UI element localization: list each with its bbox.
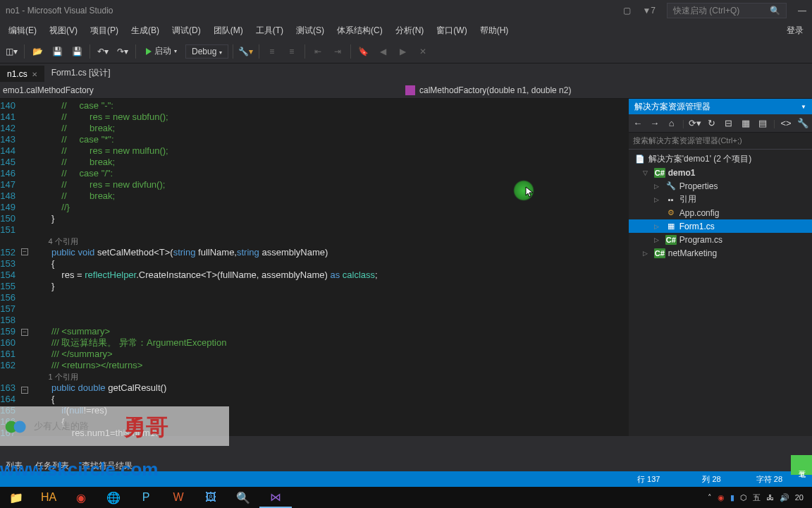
tray-network-icon[interactable]: 🖧	[766, 493, 774, 502]
ime-badge[interactable]: 五笔	[791, 455, 812, 475]
prev-bookmark-icon[interactable]: ◀	[375, 43, 392, 60]
solution-root[interactable]: 📄 解决方案'demo1' (2 个项目)	[629, 152, 812, 166]
menu-item[interactable]: 调试(D)	[166, 23, 207, 39]
wrench-icon[interactable]: 🔧	[796, 117, 809, 130]
tray-ime-icon[interactable]: 五	[753, 492, 761, 503]
chevron-right-icon[interactable]: ▷	[654, 223, 663, 230]
home-icon[interactable]: ⌂	[665, 117, 678, 130]
menu-item[interactable]: 测试(S)	[290, 23, 330, 39]
editor-tab[interactable]: Form1.cs [设计]	[44, 64, 118, 82]
taskbar-search-icon[interactable]: 🔍	[227, 487, 259, 508]
tree-item-properties[interactable]: ▷ 🔧 Properties	[629, 179, 812, 193]
taskbar-app-icon[interactable]: P	[130, 487, 162, 508]
forward-icon[interactable]: →	[648, 117, 661, 130]
next-bookmark-icon[interactable]: ▶	[395, 43, 412, 60]
system-tray[interactable]: ˄ ◉ ▮ ⬡ 五 🖧 🔊 20	[708, 492, 812, 503]
title-bar: no1 - Microsoft Visual Studio ▢ ▼7 快速启动 …	[0, 0, 812, 21]
show-all-icon[interactable]: ▦	[739, 117, 752, 130]
taskbar-vs-icon[interactable]: ⋈	[259, 487, 292, 508]
taskbar-photos-icon[interactable]: 🖼	[195, 487, 227, 508]
save-all-icon[interactable]: 💾	[68, 43, 85, 60]
form-icon: ▦	[665, 222, 677, 231]
editor-tabs: n1.cs✕Form1.cs [设计]	[0, 64, 812, 82]
redo-icon[interactable]: ↷▾	[114, 43, 131, 60]
line-gutter: 1401411421431441451461471481491501511521…	[0, 99, 18, 436]
save-icon[interactable]: 💾	[49, 43, 66, 60]
tray-icon[interactable]: ⬡	[740, 493, 747, 502]
menu-item[interactable]: 编辑(E)	[3, 23, 42, 39]
fold-gutter[interactable]	[18, 99, 31, 436]
chevron-right-icon[interactable]: ▷	[654, 196, 663, 203]
project-node[interactable]: ▽ C# demo1	[629, 166, 812, 179]
refresh-icon[interactable]: ↻	[706, 117, 718, 130]
menu-item[interactable]: 体系结构(C)	[331, 23, 388, 39]
config-dropdown[interactable]: Debug ▾	[185, 44, 228, 59]
tray-up-icon[interactable]: ˄	[708, 493, 712, 502]
code-content[interactable]: // case "-": // res = new subfun(); // b…	[31, 99, 629, 436]
watermark-overlay: 少有人走的路 勇哥	[0, 406, 229, 446]
chevron-right-icon[interactable]: ▷	[643, 250, 651, 257]
menu-item[interactable]: 分析(N)	[390, 23, 430, 39]
notification-icon[interactable]: ▢	[623, 6, 631, 16]
menu-item[interactable]: 生成(B)	[125, 23, 165, 39]
editor-tab[interactable]: n1.cs✕	[0, 66, 44, 82]
tray-icon[interactable]: ◉	[718, 493, 725, 502]
menu-item[interactable]: 帮助(H)	[474, 23, 515, 39]
taskbar: 📁 HA ◉ 🌐 P W 🖼 🔍 ⋈ ˄ ◉ ▮ ⬡ 五 🖧 🔊 20	[0, 487, 812, 508]
tray-time[interactable]: 20	[795, 493, 804, 502]
find-icon[interactable]: 🔧▾	[238, 43, 254, 60]
collapse-icon[interactable]: ⊟	[722, 117, 735, 130]
code-editor[interactable]: 1401411421431441451461471481491501511521…	[0, 99, 629, 436]
outdent-icon[interactable]: ⇤	[309, 43, 326, 60]
clear-bookmark-icon[interactable]: ✕	[414, 43, 431, 60]
properties-icon[interactable]: ▤	[756, 117, 769, 130]
tree-item-references[interactable]: ▷ ▪▪ 引用	[629, 193, 812, 206]
chevron-right-icon[interactable]: ▷	[654, 183, 663, 190]
login-link[interactable]: 登录	[787, 25, 809, 37]
solution-search-input[interactable]: 搜索解决方案资源管理器(Ctrl+;)	[629, 133, 812, 150]
menu-bar: 编辑(E)视图(V)项目(P)生成(B)调试(D)团队(M)工具(T)测试(S)…	[0, 21, 812, 40]
bookmark-icon[interactable]: 🔖	[355, 43, 372, 60]
tree-item-program[interactable]: ▷ C# Program.cs	[629, 233, 812, 246]
tray-icon[interactable]: ▮	[730, 493, 734, 502]
open-icon[interactable]: 📂	[29, 43, 46, 60]
tree-item-appconfig[interactable]: ⚙ App.config	[629, 206, 812, 219]
nav-bar: emo1.calMethodFactory calMethodFactory(d…	[0, 82, 812, 99]
highlight-indicator	[513, 180, 534, 201]
start-button[interactable]: 启动▾	[140, 44, 183, 59]
taskbar-folder-icon[interactable]: 📁	[0, 487, 32, 508]
uncomment-icon[interactable]: ≡	[283, 43, 300, 60]
undo-icon[interactable]: ↶▾	[94, 43, 111, 60]
quick-launch-input[interactable]: 快速启动 (Ctrl+Q) 🔍	[667, 3, 787, 18]
taskbar-chrome-icon[interactable]: 🌐	[97, 487, 130, 508]
menu-item[interactable]: 工具(T)	[250, 23, 289, 39]
toolbar: ◫▾ 📂 💾 💾 ↶▾ ↷▾ 启动▾ Debug ▾ 🔧▾ ≡ ≡ ⇤ ⇥ 🔖 …	[0, 40, 812, 64]
nav-class-dropdown[interactable]: emo1.calMethodFactory	[0, 85, 405, 95]
sync-icon[interactable]: ⟳▾	[689, 117, 701, 130]
menu-item[interactable]: 团队(M)	[208, 23, 249, 39]
new-dropdown-icon[interactable]: ◫▾	[3, 43, 20, 60]
csharp-file-icon: C#	[665, 235, 677, 245]
solution-header[interactable]: 解决方案资源管理器▼	[629, 99, 812, 114]
filter-icon[interactable]: ▼7	[642, 6, 656, 16]
minimize-icon[interactable]: —	[798, 6, 806, 16]
chevron-right-icon[interactable]: ▷	[654, 236, 663, 243]
view-code-icon[interactable]: <>	[780, 117, 792, 130]
menu-item[interactable]: 项目(P)	[85, 23, 124, 39]
taskbar-app-icon[interactable]: W	[162, 487, 195, 508]
tree-item-form1[interactable]: ▷ ▦ Form1.cs	[629, 219, 812, 233]
menu-item[interactable]: 视图(V)	[44, 23, 83, 39]
project-node-2[interactable]: ▷ C# netMarketing	[629, 246, 812, 260]
comment-icon[interactable]: ≡	[264, 43, 281, 60]
indent-icon[interactable]: ⇥	[329, 43, 346, 60]
close-icon[interactable]: ✕	[32, 71, 37, 78]
config-icon: ⚙	[665, 208, 677, 218]
tray-volume-icon[interactable]: 🔊	[780, 493, 789, 502]
menu-item[interactable]: 窗口(W)	[431, 23, 472, 39]
wrench-icon: 🔧	[665, 181, 677, 191]
back-icon[interactable]: ←	[632, 117, 644, 130]
taskbar-app-icon[interactable]: ◉	[65, 487, 97, 508]
nav-method-dropdown[interactable]: calMethodFactory(double n1, double n2)	[405, 85, 571, 95]
taskbar-app-icon[interactable]: HA	[32, 487, 65, 508]
chevron-down-icon[interactable]: ▽	[643, 169, 651, 176]
